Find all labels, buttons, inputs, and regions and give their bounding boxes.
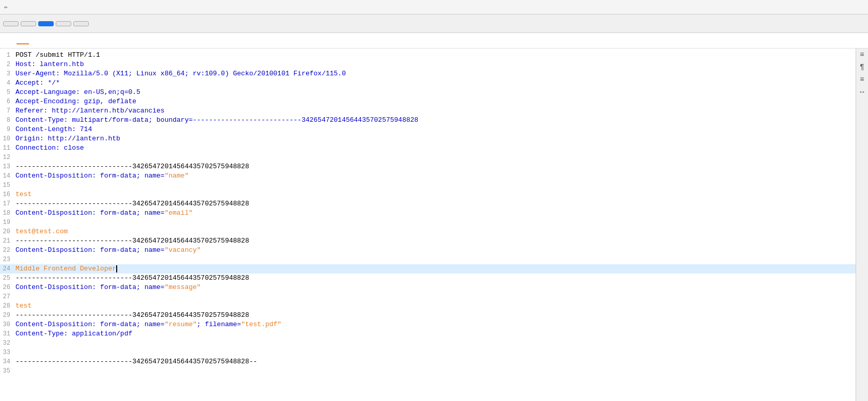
table-row: 11Connection: close bbox=[0, 143, 856, 153]
tab-hex[interactable] bbox=[29, 37, 41, 44]
line-number: 29 bbox=[0, 311, 15, 320]
main-container: 1POST /submit HTTP/1.12Host: lantern.htb… bbox=[0, 49, 868, 401]
line-number: 1 bbox=[0, 51, 15, 60]
line-content: -----------------------------34265472014… bbox=[15, 357, 257, 366]
line-content: -----------------------------34265472014… bbox=[15, 311, 249, 320]
line-number: 16 bbox=[0, 190, 15, 199]
line-number: 4 bbox=[0, 78, 15, 88]
line-content: Referer: http://lantern.htb/vacancies bbox=[15, 106, 165, 116]
table-row: 31Content-Type: application/pdf bbox=[0, 329, 856, 339]
line-number: 24 bbox=[0, 264, 15, 274]
line-content: Content-Disposition: form-data; name="em… bbox=[15, 208, 193, 218]
line-content: Content-Type: multipart/form-data; bound… bbox=[15, 116, 418, 125]
table-row: 20test@test.com bbox=[0, 227, 856, 236]
table-row: 23 bbox=[0, 255, 856, 264]
line-content: POST /submit HTTP/1.1 bbox=[15, 51, 100, 60]
line-content: -----------------------------34265472014… bbox=[15, 236, 249, 246]
line-content: Content-Disposition: form-data; name="re… bbox=[15, 320, 281, 329]
table-row: 7Referer: http://lantern.htb/vacancies bbox=[0, 106, 856, 116]
line-number: 13 bbox=[0, 162, 15, 171]
table-row: 16test bbox=[0, 190, 856, 199]
line-number: 20 bbox=[0, 227, 15, 236]
forward-button[interactable] bbox=[3, 21, 19, 26]
paragraph-icon[interactable]: ¶ bbox=[857, 63, 867, 71]
table-row: 19 bbox=[0, 218, 856, 227]
line-number: 22 bbox=[0, 246, 15, 255]
line-number: 9 bbox=[0, 125, 15, 134]
line-content: -----------------------------34265472014… bbox=[15, 162, 249, 171]
line-number: 25 bbox=[0, 274, 15, 283]
lines-icon[interactable]: ≡ bbox=[857, 75, 867, 84]
line-content: test@test.com bbox=[15, 227, 68, 236]
line-content: Accept-Language: en-US,en;q=0.5 bbox=[15, 88, 140, 97]
wrap-icon[interactable]: ≡ bbox=[857, 51, 867, 59]
line-number: 33 bbox=[0, 348, 15, 357]
line-content: User-Agent: Mozilla/5.0 (X11; Linux x86_… bbox=[15, 69, 346, 78]
table-row: 27 bbox=[0, 292, 856, 301]
line-content: Content-Disposition: form-data; name="na… bbox=[15, 171, 188, 181]
line-content: Accept: */* bbox=[15, 78, 60, 88]
line-number: 3 bbox=[0, 69, 15, 78]
line-number: 14 bbox=[0, 171, 15, 181]
line-number: 23 bbox=[0, 255, 15, 264]
line-content: test bbox=[15, 301, 31, 311]
table-row: 32 bbox=[0, 339, 856, 348]
line-number: 27 bbox=[0, 292, 15, 301]
line-number: 12 bbox=[0, 153, 15, 162]
tab-pretty[interactable] bbox=[4, 37, 17, 44]
toolbar bbox=[0, 14, 868, 33]
table-row: 12 bbox=[0, 153, 856, 162]
drop-button[interactable] bbox=[21, 21, 36, 26]
line-content: Connection: close bbox=[15, 143, 84, 153]
line-number: 5 bbox=[0, 88, 15, 97]
table-row: 2Host: lantern.htb bbox=[0, 60, 856, 69]
table-row: 25-----------------------------342654720… bbox=[0, 274, 856, 283]
table-row: 15 bbox=[0, 181, 856, 190]
line-content: Middle Frontend Developer bbox=[15, 264, 117, 274]
open-browser-button[interactable] bbox=[73, 21, 89, 26]
line-number: 17 bbox=[0, 199, 15, 208]
tab-bar bbox=[0, 33, 868, 49]
line-content: Host: lantern.htb bbox=[15, 60, 84, 69]
title-bar: ✏ bbox=[0, 0, 868, 14]
table-row: 30Content-Disposition: form-data; name="… bbox=[0, 320, 856, 329]
table-row: 6Accept-Encoding: gzip, deflate bbox=[0, 97, 856, 106]
line-number: 15 bbox=[0, 181, 15, 190]
table-row: 34-----------------------------342654720… bbox=[0, 357, 856, 366]
line-content: Accept-Encoding: gzip, deflate bbox=[15, 97, 136, 106]
intercept-button[interactable] bbox=[38, 21, 54, 26]
code-area[interactable]: 1POST /submit HTTP/1.12Host: lantern.htb… bbox=[0, 49, 856, 401]
expand-icon[interactable]: ↔ bbox=[857, 88, 867, 96]
line-number: 35 bbox=[0, 366, 15, 376]
table-row: 9Content-Length: 714 bbox=[0, 125, 856, 134]
line-content: -----------------------------34265472014… bbox=[15, 199, 249, 208]
line-number: 28 bbox=[0, 301, 15, 311]
line-number: 30 bbox=[0, 320, 15, 329]
table-row: 28test bbox=[0, 301, 856, 311]
line-content: Content-Length: 714 bbox=[15, 125, 92, 134]
line-number: 18 bbox=[0, 208, 15, 218]
action-button[interactable] bbox=[56, 21, 71, 26]
line-content: Origin: http://lantern.htb bbox=[15, 134, 120, 143]
table-row: 3User-Agent: Mozilla/5.0 (X11; Linux x86… bbox=[0, 69, 856, 78]
table-row: 29-----------------------------342654720… bbox=[0, 311, 856, 320]
table-row: 22Content-Disposition: form-data; name="… bbox=[0, 246, 856, 255]
table-row: 5Accept-Language: en-US,en;q=0.5 bbox=[0, 88, 856, 97]
table-row: 18Content-Disposition: form-data; name="… bbox=[0, 208, 856, 218]
line-number: 2 bbox=[0, 60, 15, 69]
line-number: 8 bbox=[0, 116, 15, 125]
table-row: 17-----------------------------342654720… bbox=[0, 199, 856, 208]
right-sidebar: ≡ ¶ ≡ ↔ bbox=[856, 49, 868, 401]
table-row: 8Content-Type: multipart/form-data; boun… bbox=[0, 116, 856, 125]
table-row: 1POST /submit HTTP/1.1 bbox=[0, 51, 856, 60]
line-number: 21 bbox=[0, 236, 15, 246]
table-row: 26Content-Disposition: form-data; name="… bbox=[0, 283, 856, 292]
line-content: test bbox=[15, 190, 31, 199]
table-row: 13-----------------------------342654720… bbox=[0, 162, 856, 171]
line-number: 34 bbox=[0, 357, 15, 366]
table-row: 35 bbox=[0, 366, 856, 376]
tab-raw[interactable] bbox=[17, 37, 29, 44]
table-row: 33 bbox=[0, 348, 856, 357]
table-row: 21-----------------------------342654720… bbox=[0, 236, 856, 246]
table-row: 10Origin: http://lantern.htb bbox=[0, 134, 856, 143]
